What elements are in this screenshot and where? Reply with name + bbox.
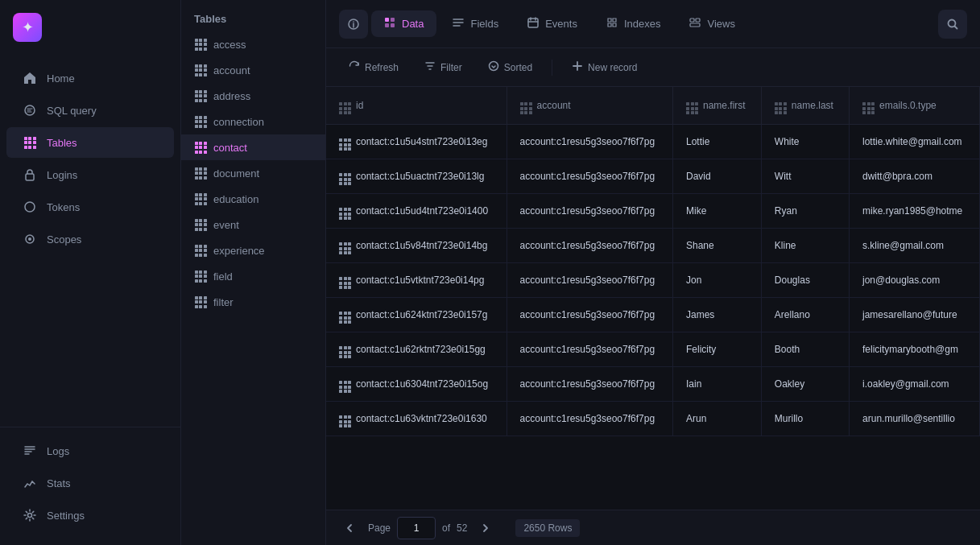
sidebar-item-label: Scopes [47, 233, 81, 246]
sidebar-item-logs[interactable]: Logs [6, 436, 174, 466]
pagination: Page of 52 2650 Rows [326, 510, 980, 545]
table-item-account[interactable]: account [181, 57, 325, 83]
tab-events[interactable]: Events [515, 10, 590, 37]
svg-rect-14 [696, 19, 700, 22]
table-header-row: id account [326, 87, 980, 125]
cell-name-last: Murillo [761, 402, 849, 436]
refresh-button[interactable]: Refresh [339, 56, 408, 79]
row-grid-icon [339, 341, 351, 358]
col-header-emails-type: emails.0.type [850, 87, 980, 125]
col-header-name-first: name.first [673, 87, 762, 125]
new-record-button[interactable]: New record [562, 56, 647, 79]
sidebar-item-logins[interactable]: Logins [6, 159, 174, 190]
table-row[interactable]: contact:c1u5v84tnt723e0i14bg account:c1r… [326, 229, 980, 263]
cell-name-last: Booth [761, 332, 849, 367]
prev-page-button[interactable] [339, 517, 362, 539]
table-grid-icon [194, 115, 207, 128]
main-content: Data Fields Events Indexes [326, 0, 980, 545]
cell-name-first: Lottie [673, 125, 762, 159]
sidebar-item-scopes[interactable]: Scopes [6, 224, 174, 254]
data-icon [384, 17, 395, 31]
table-grid-icon [194, 141, 207, 154]
indexes-icon [606, 17, 618, 31]
tab-data[interactable]: Data [371, 10, 436, 37]
table-row[interactable]: contact:c1u6304tnt723e0i15og account:c1r… [326, 367, 980, 402]
row-grid-icon [339, 237, 351, 254]
cell-emails-type: felicitymarybooth@gm [850, 332, 980, 367]
sidebar-item-label: Home [47, 72, 75, 85]
sidebar-item-tokens[interactable]: Tokens [6, 192, 174, 222]
filter-icon [424, 60, 436, 74]
tab-label: Events [545, 18, 577, 30]
cell-id: contact:c1u6304tnt723e0i15og [326, 367, 507, 402]
table-item-label: access [213, 39, 246, 51]
cell-emails-type: dwitt@bpra.com [850, 159, 980, 194]
info-button[interactable] [339, 10, 368, 39]
filter-label: Filter [440, 62, 462, 73]
table-row[interactable]: contact:c1u5ud4tnt723e0i1400 account:c1r… [326, 194, 980, 229]
cell-id: contact:c1u5u4stnt723e0i13eg [326, 125, 507, 159]
col-header-name-last: name.last [761, 87, 849, 125]
table-item-label: experience [213, 245, 265, 257]
page-number-input[interactable] [397, 517, 436, 539]
cell-name-first: Felicity [673, 332, 762, 367]
rows-count: 2650 Rows [515, 519, 580, 537]
table-row[interactable]: contact:c1u5vtktnt723e0i14pg account:c1r… [326, 263, 980, 298]
row-grid-icon [339, 375, 351, 393]
tab-indexes[interactable]: Indexes [593, 10, 674, 37]
sidebar: ✦ Home SQL query Tables [0, 0, 181, 545]
sorted-button[interactable]: Sorted [478, 56, 542, 79]
tab-fields[interactable]: Fields [440, 10, 511, 37]
cell-emails-type: i.oakley@gmail.com [850, 367, 980, 402]
table-item-field[interactable]: field [181, 263, 325, 289]
sidebar-item-stats[interactable]: Stats [6, 468, 174, 498]
cell-account: account:c1resu5g3seoo7f6f7pg [507, 402, 672, 436]
app-logo: ✦ [13, 13, 42, 42]
table-item-event[interactable]: event [181, 212, 325, 237]
table-row[interactable]: contact:c1u63vktnt723e0i1630 account:c1r… [326, 402, 980, 436]
cell-id: contact:c1u63vktnt723e0i1630 [326, 402, 507, 436]
table-item-label: field [213, 270, 233, 283]
table-row[interactable]: contact:c1u624ktnt723e0i157g account:c1r… [326, 298, 980, 332]
table-row[interactable]: contact:c1u5u4stnt723e0i13eg account:c1r… [326, 125, 980, 159]
table-row[interactable]: contact:c1u62rktnt723e0i15gg account:c1r… [326, 332, 980, 367]
table-item-label: account [213, 64, 250, 76]
table-item-filter[interactable]: filter [181, 289, 325, 315]
table-item-document[interactable]: document [181, 160, 325, 186]
cell-name-last: Oakley [761, 367, 849, 402]
tab-views[interactable]: Views [676, 10, 747, 37]
sidebar-nav: Home SQL query Tables Logi [0, 55, 180, 427]
data-table-wrapper: id account [326, 87, 980, 510]
next-page-button[interactable] [473, 517, 496, 539]
table-item-education[interactable]: education [181, 186, 325, 212]
cell-name-first: Shane [673, 229, 762, 263]
cell-account: account:c1resu5g3seoo7f6f7pg [507, 298, 672, 332]
table-item-label: address [213, 90, 250, 102]
cell-account: account:c1resu5g3seoo7f6f7pg [507, 159, 672, 194]
toolbar-divider [552, 60, 552, 76]
cell-id: contact:c1u5v84tnt723e0i14bg [326, 229, 507, 263]
account-col-icon [520, 97, 532, 114]
svg-point-5 [28, 514, 32, 518]
sidebar-item-label: Logs [47, 445, 69, 457]
table-item-contact[interactable]: contact [181, 134, 325, 160]
sidebar-item-tables[interactable]: Tables [6, 127, 174, 158]
cell-name-first: Mike [673, 194, 762, 229]
table-row[interactable]: contact:c1u5uactnt723e0i13lg account:c1r… [326, 159, 980, 194]
views-icon [689, 17, 701, 31]
sidebar-item-sql-query[interactable]: SQL query [6, 95, 174, 126]
table-item-label: filter [213, 296, 234, 308]
row-grid-icon [339, 202, 351, 220]
row-grid-icon [339, 271, 351, 289]
table-item-connection[interactable]: connection [181, 109, 325, 134]
svg-rect-13 [690, 19, 694, 22]
svg-rect-1 [26, 174, 34, 180]
sidebar-item-settings[interactable]: Settings [6, 500, 174, 531]
filter-button[interactable]: Filter [415, 56, 472, 79]
table-item-address[interactable]: address [181, 83, 325, 109]
search-button[interactable] [938, 10, 967, 39]
sidebar-item-home[interactable]: Home [6, 63, 174, 93]
topbar-right [938, 10, 967, 39]
table-item-access[interactable]: access [181, 31, 325, 57]
table-item-experience[interactable]: experience [181, 237, 325, 263]
